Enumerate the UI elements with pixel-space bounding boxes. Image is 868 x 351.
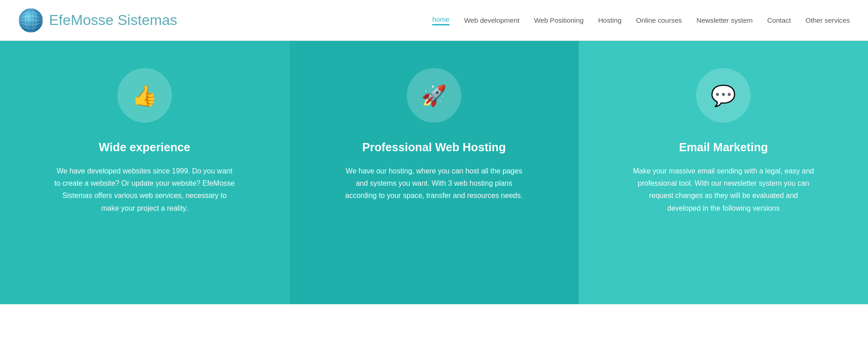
main-nav: home Web development Web Positioning Hos… bbox=[432, 15, 850, 25]
thumbs-up-icon: 👍 bbox=[132, 84, 157, 108]
card-1-title: Wide experience bbox=[99, 141, 190, 154]
card-2-icon-circle: 🚀 bbox=[407, 68, 461, 123]
card-professional-hosting: 🚀 Professional Web Hosting We have our h… bbox=[289, 41, 579, 304]
card-wide-experience: 👍 Wide experience We have developed webs… bbox=[0, 41, 289, 304]
nav-item-hosting[interactable]: Hosting bbox=[598, 16, 622, 24]
card-3-icon-circle: 💬 bbox=[696, 68, 751, 123]
card-email-marketing: 💬 Email Marketing Make your massive emai… bbox=[579, 41, 868, 304]
card-1-icon-circle: 👍 bbox=[117, 68, 172, 123]
chat-icon: 💬 bbox=[711, 84, 736, 108]
card-2-title: Professional Web Hosting bbox=[362, 141, 506, 154]
site-header: EfeMosse Sistemas home Web development W… bbox=[0, 0, 868, 41]
card-3-description: Make your massive email sending with a l… bbox=[633, 165, 814, 214]
nav-item-other-services[interactable]: Other services bbox=[805, 16, 850, 24]
logo-link[interactable]: EfeMosse Sistemas bbox=[18, 8, 177, 33]
nav-item-newsletter-system[interactable]: Newsletter system bbox=[697, 16, 753, 24]
nav-item-web-positioning[interactable]: Web Positioning bbox=[534, 16, 583, 24]
nav-item-home[interactable]: home bbox=[432, 15, 449, 25]
nav-item-web-development[interactable]: Web development bbox=[464, 16, 519, 24]
card-1-description: We have developed websites since 1999. D… bbox=[54, 165, 235, 214]
nav-item-contact[interactable]: Contact bbox=[767, 16, 791, 24]
card-2-description: We have our hosting, where you can host … bbox=[343, 165, 525, 202]
logo-globe-icon bbox=[18, 8, 44, 33]
nav-item-online-courses[interactable]: Online courses bbox=[636, 16, 682, 24]
logo-text: EfeMosse Sistemas bbox=[49, 12, 177, 29]
rocket-icon: 🚀 bbox=[421, 84, 447, 108]
card-3-title: Email Marketing bbox=[679, 141, 768, 154]
hero-cards-section: 👍 Wide experience We have developed webs… bbox=[0, 41, 868, 304]
